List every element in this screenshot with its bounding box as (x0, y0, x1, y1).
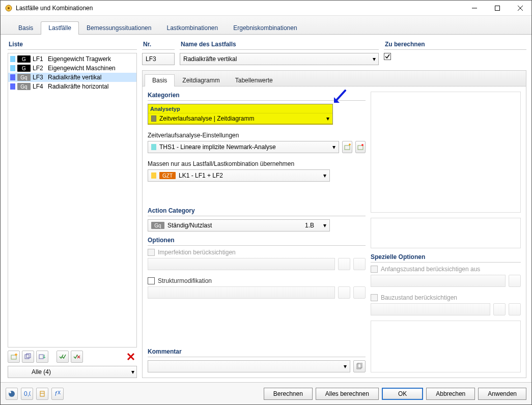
svg-point-1 (8, 7, 10, 9)
abbrechen-button[interactable]: Abbrechen (426, 388, 475, 400)
units-button[interactable]: 0,00 (21, 388, 33, 400)
select-all-button[interactable] (57, 351, 69, 363)
list-item[interactable]: Gq LF3 Radialkräfte vertikal (8, 73, 136, 82)
mass-dropdown[interactable]: GZT LK1 - LF1 + LF2 ▾ (148, 169, 330, 182)
preview-panel-1 (371, 92, 521, 213)
svg-rect-8 (26, 354, 31, 358)
function-button[interactable]: fx (51, 388, 64, 400)
struktur-option[interactable]: Strukturmodifikation (148, 277, 366, 284)
kommentar-title: Kommentar (148, 348, 366, 357)
list-item[interactable]: G LF2 Eigengewicht Maschinen (8, 64, 136, 73)
actioncat-dropdown[interactable]: Gq Ständig/Nutzlast 1.B ▾ (148, 219, 330, 232)
imperfektion-edit-button (353, 258, 366, 270)
svg-rect-14 (358, 363, 362, 368)
list-item[interactable]: G LF1 Eigengewicht Tragwerk (8, 54, 136, 64)
chevron-down-icon: ▾ (373, 55, 376, 63)
alles-berechnen-button[interactable]: Alles berechnen (316, 388, 379, 400)
filter-value: Alle (4) (32, 368, 51, 375)
mass-badge: GZT (159, 172, 176, 179)
copy-item-button[interactable] (22, 351, 34, 363)
svg-point-15 (9, 391, 15, 397)
subtab-basis[interactable]: Basis (145, 74, 175, 86)
bau-label: Bauzustand berücksichtigen (381, 294, 457, 301)
svg-text:x: x (58, 390, 61, 396)
main-tabs: Basis Lastfälle Bemessungssituationen La… (1, 16, 531, 35)
ok-button[interactable]: OK (382, 388, 423, 400)
loadcase-name: Eigengewicht Tragwerk (48, 55, 111, 63)
optionen-title: Optionen (148, 237, 366, 246)
bau-field (371, 303, 490, 315)
svg-rect-6 (11, 355, 16, 359)
tab-ergebnis[interactable]: Ergebniskombinationen (226, 21, 304, 35)
sub-tabs: Basis Zeitdiagramm Tabellenwerte (143, 71, 526, 86)
deselect-all-button[interactable] (71, 351, 83, 363)
analysetyp-group: Analysetyp Zeitverlaufsanalyse | Zeitdia… (148, 104, 333, 125)
struktur-edit-button (353, 286, 366, 299)
loadcase-id: LF3 (33, 74, 46, 81)
list-item[interactable]: Gq LF4 Radialkräfte horizontal (8, 82, 136, 91)
color-swatch (10, 74, 15, 80)
color-swatch (10, 83, 15, 90)
tab-lastfaelle[interactable]: Lastfälle (41, 21, 79, 35)
struktur-checkbox[interactable] (148, 277, 155, 284)
spez-title: Spezielle Optionen (371, 253, 521, 263)
zve-new-button[interactable] (342, 141, 352, 153)
svg-point-12 (361, 144, 363, 146)
bau-checkbox (371, 294, 378, 301)
name-value: Radialkräfte vertikal (183, 55, 237, 63)
chevron-down-icon: ▾ (332, 143, 335, 151)
help-button[interactable] (6, 388, 18, 400)
preview-panel-2 (371, 218, 521, 248)
bau-new-button (493, 303, 506, 315)
new-item-button[interactable] (8, 351, 20, 363)
svg-rect-9 (39, 355, 43, 359)
calc-checkbox[interactable] (384, 53, 391, 60)
chevron-down-icon: ▾ (323, 222, 326, 229)
maximize-button[interactable] (486, 1, 509, 15)
nr-value: LF3 (146, 55, 156, 63)
category-badge: Gq (17, 74, 31, 81)
calc-label: Zu berechnen (384, 41, 526, 50)
subtab-zeit[interactable]: Zeitdiagramm (175, 74, 227, 86)
imperfektion-label: Imperfektion berücksichtigen (158, 249, 236, 256)
nr-field[interactable]: LF3 (142, 53, 175, 65)
loadcase-id: LF1 (33, 55, 46, 63)
chevron-down-icon: ▾ (323, 172, 326, 179)
loadcase-list[interactable]: G LF1 Eigengewicht Tragwerk G LF2 Eigeng… (8, 53, 137, 348)
chevron-down-icon: ▾ (344, 363, 347, 370)
bau-edit-button (509, 303, 521, 315)
berechnen-button[interactable]: Berechnen (264, 388, 313, 400)
kommentar-field[interactable]: ▾ (148, 360, 350, 372)
minimize-button[interactable] (463, 1, 486, 15)
tab-bemessung[interactable]: Bemessungssituationen (79, 21, 159, 35)
tab-basis[interactable]: Basis (11, 21, 41, 35)
titlebar: Lastfälle und Kombinationen (1, 1, 531, 16)
anfang-field (371, 275, 506, 287)
filter-dropdown[interactable]: Alle (4) ▾ (8, 366, 137, 378)
close-button[interactable] (509, 1, 531, 15)
name-label: Name des Lastfalls (180, 41, 379, 50)
analysetyp-label: Analysetyp (148, 106, 332, 113)
svg-rect-3 (495, 6, 499, 10)
window-title: Lastfälle und Kombinationen (16, 5, 463, 12)
kommentar-edit-button[interactable] (353, 360, 366, 372)
imperfektion-new-button (338, 258, 350, 270)
svg-text:0,00: 0,00 (24, 390, 31, 397)
anwenden-button[interactable]: Anwenden (478, 388, 526, 400)
analysetyp-value: Zeitverlaufsanalyse | Zeitdiagramm (159, 115, 255, 122)
subtab-tabellen[interactable]: Tabellenwerte (228, 74, 281, 86)
delete-button[interactable] (125, 351, 137, 363)
anfang-label: Anfangszustand berücksichtigen aus (381, 266, 480, 273)
zve-label: Zeitverlaufsanalyse-Einstellungen (148, 132, 366, 139)
loadcase-id: LF2 (33, 65, 46, 72)
name-field[interactable]: Radialkräfte vertikal ▾ (180, 53, 379, 65)
details-button[interactable] (36, 388, 48, 400)
chevron-down-icon: ▾ (131, 368, 134, 375)
category-badge: G (17, 55, 31, 63)
sort-button[interactable] (36, 351, 48, 363)
tab-lastkomb[interactable]: Lastkombinationen (159, 21, 226, 35)
zve-edit-button[interactable] (355, 141, 366, 153)
analysetyp-dropdown[interactable]: Zeitverlaufsanalyse | Zeitdiagramm ▾ (148, 113, 332, 124)
zve-dropdown[interactable]: THS1 - Lineare implizite Newmark-Analyse… (148, 141, 339, 153)
loadcase-name: Radialkräfte vertikal (48, 74, 101, 81)
